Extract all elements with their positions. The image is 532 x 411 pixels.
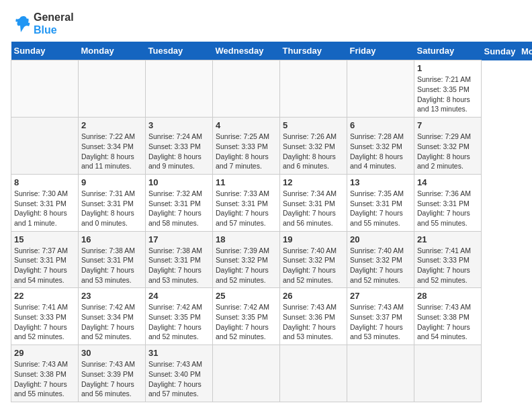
day-cell-26: 26Sunrise: 7:43 AMSunset: 3:36 PMDayligh…	[280, 288, 347, 345]
logo: General Blue	[11, 11, 74, 36]
col-header-monday: Monday	[519, 42, 532, 60]
col-header-wednesday: Wednesday	[213, 42, 280, 60]
col-header-sunday: Sunday	[482, 42, 519, 60]
empty-cell	[11, 60, 79, 118]
header-row: SundayMondayTuesdayWednesdayThursdayFrid…	[11, 42, 533, 60]
logo-text-general: General	[34, 11, 74, 24]
day-cell-29: 29Sunrise: 7:43 AMSunset: 3:38 PMDayligh…	[11, 345, 79, 402]
empty-cell	[347, 345, 414, 402]
day-cell-22: 22Sunrise: 7:41 AMSunset: 3:33 PMDayligh…	[11, 288, 79, 345]
day-cell-6: 6Sunrise: 7:28 AMSunset: 3:32 PMDaylight…	[347, 118, 414, 175]
empty-cell	[11, 118, 79, 175]
day-cell-18: 18Sunrise: 7:39 AMSunset: 3:32 PMDayligh…	[213, 231, 280, 288]
day-cell-8: 8Sunrise: 7:30 AMSunset: 3:31 PMDaylight…	[11, 174, 79, 231]
day-cell-28: 28Sunrise: 7:43 AMSunset: 3:38 PMDayligh…	[414, 288, 482, 345]
day-cell-9: 9Sunrise: 7:31 AMSunset: 3:31 PMDaylight…	[79, 174, 146, 231]
empty-cell	[213, 60, 280, 118]
col-header-thursday: Thursday	[280, 42, 347, 60]
day-cell-23: 23Sunrise: 7:42 AMSunset: 3:34 PMDayligh…	[79, 288, 146, 345]
week-row-6: 29Sunrise: 7:43 AMSunset: 3:38 PMDayligh…	[11, 345, 533, 402]
col-header-sunday: Sunday	[11, 42, 79, 60]
day-cell-27: 27Sunrise: 7:43 AMSunset: 3:37 PMDayligh…	[347, 288, 414, 345]
day-cell-7: 7Sunrise: 7:29 AMSunset: 3:32 PMDaylight…	[414, 118, 482, 175]
empty-cell	[414, 345, 482, 402]
day-cell-1: 1Sunrise: 7:21 AMSunset: 3:35 PMDaylight…	[414, 60, 482, 118]
calendar-table: SundayMondayTuesdayWednesdayThursdayFrid…	[11, 42, 532, 402]
week-row-1: 1Sunrise: 7:21 AMSunset: 3:35 PMDaylight…	[11, 60, 533, 118]
col-header-tuesday: Tuesday	[146, 42, 213, 60]
day-cell-2: 2Sunrise: 7:22 AMSunset: 3:34 PMDaylight…	[79, 118, 146, 175]
day-cell-31: 31Sunrise: 7:43 AMSunset: 3:40 PMDayligh…	[146, 345, 213, 402]
day-cell-14: 14Sunrise: 7:36 AMSunset: 3:31 PMDayligh…	[414, 174, 482, 231]
empty-cell	[213, 345, 280, 402]
day-cell-3: 3Sunrise: 7:24 AMSunset: 3:33 PMDaylight…	[146, 118, 213, 175]
empty-cell	[280, 60, 347, 118]
day-cell-19: 19Sunrise: 7:40 AMSunset: 3:32 PMDayligh…	[280, 231, 347, 288]
empty-cell	[347, 60, 414, 118]
day-cell-11: 11Sunrise: 7:33 AMSunset: 3:31 PMDayligh…	[213, 174, 280, 231]
day-cell-16: 16Sunrise: 7:38 AMSunset: 3:31 PMDayligh…	[79, 231, 146, 288]
day-cell-30: 30Sunrise: 7:43 AMSunset: 3:39 PMDayligh…	[79, 345, 146, 402]
logo-bird-icon	[11, 13, 31, 34]
empty-cell	[79, 60, 146, 118]
day-cell-15: 15Sunrise: 7:37 AMSunset: 3:31 PMDayligh…	[11, 231, 79, 288]
day-cell-4: 4Sunrise: 7:25 AMSunset: 3:33 PMDaylight…	[213, 118, 280, 175]
day-cell-20: 20Sunrise: 7:40 AMSunset: 3:32 PMDayligh…	[347, 231, 414, 288]
week-row-2: 2Sunrise: 7:22 AMSunset: 3:34 PMDaylight…	[11, 118, 533, 175]
week-row-4: 15Sunrise: 7:37 AMSunset: 3:31 PMDayligh…	[11, 231, 533, 288]
week-row-5: 22Sunrise: 7:41 AMSunset: 3:33 PMDayligh…	[11, 288, 533, 345]
day-cell-17: 17Sunrise: 7:38 AMSunset: 3:31 PMDayligh…	[146, 231, 213, 288]
empty-cell	[146, 60, 213, 118]
col-header-saturday: Saturday	[414, 42, 482, 60]
week-row-3: 8Sunrise: 7:30 AMSunset: 3:31 PMDaylight…	[11, 174, 533, 231]
day-cell-24: 24Sunrise: 7:42 AMSunset: 3:35 PMDayligh…	[146, 288, 213, 345]
day-cell-25: 25Sunrise: 7:42 AMSunset: 3:35 PMDayligh…	[213, 288, 280, 345]
col-header-monday: Monday	[79, 42, 146, 60]
header: General Blue	[11, 11, 521, 36]
day-cell-10: 10Sunrise: 7:32 AMSunset: 3:31 PMDayligh…	[146, 174, 213, 231]
col-header-friday: Friday	[347, 42, 414, 60]
day-cell-5: 5Sunrise: 7:26 AMSunset: 3:32 PMDaylight…	[280, 118, 347, 175]
day-cell-12: 12Sunrise: 7:34 AMSunset: 3:31 PMDayligh…	[280, 174, 347, 231]
day-cell-13: 13Sunrise: 7:35 AMSunset: 3:31 PMDayligh…	[347, 174, 414, 231]
empty-cell	[280, 345, 347, 402]
day-cell-21: 21Sunrise: 7:41 AMSunset: 3:33 PMDayligh…	[414, 231, 482, 288]
logo-text-blue: Blue	[34, 24, 74, 36]
